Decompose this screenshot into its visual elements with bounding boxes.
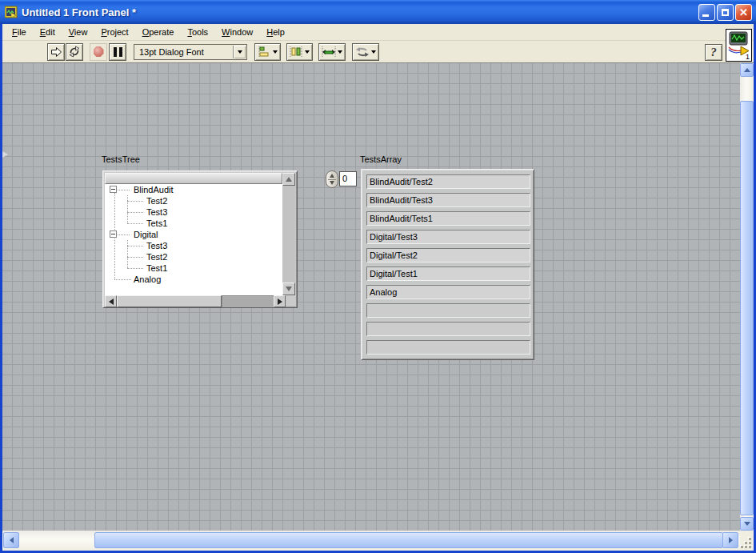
tree-scroll-down-button[interactable] xyxy=(282,283,295,295)
array-element[interactable] xyxy=(366,340,530,355)
tree-item-label: Analog xyxy=(134,274,161,285)
tree-item[interactable]: Tets1 xyxy=(105,218,282,229)
tree-scroll-left-button[interactable] xyxy=(105,295,117,307)
array-element[interactable] xyxy=(366,303,530,318)
resize-objects-button[interactable] xyxy=(318,43,346,61)
vi-window-icon xyxy=(5,6,18,18)
menu-item-window[interactable]: Window xyxy=(215,25,260,39)
maximize-button[interactable] xyxy=(717,4,734,21)
tests-tree-control[interactable]: BlindAuditTest2Test3Tets1DigitalTest3Tes… xyxy=(102,170,298,308)
tree-item-label: Test3 xyxy=(146,240,167,251)
tree-connector xyxy=(127,257,143,258)
array-element[interactable]: Analog xyxy=(366,285,530,299)
array-element[interactable]: BlindAudit/Tets1 xyxy=(366,211,530,226)
abort-button[interactable] xyxy=(90,43,107,61)
tree-connector xyxy=(114,279,131,280)
tree-item[interactable]: Digital xyxy=(105,229,282,240)
run-icon xyxy=(50,46,62,58)
tree-expand-toggle[interactable] xyxy=(110,186,117,193)
menu-item-view[interactable]: View xyxy=(62,25,95,39)
tree-item-label: Digital xyxy=(134,229,158,240)
font-ring-value: 13pt Dialog Font xyxy=(139,47,204,57)
minimize-icon xyxy=(702,14,709,17)
abort-icon xyxy=(94,46,104,57)
vertical-scroll-thumb[interactable] xyxy=(740,101,754,515)
vertical-scrollbar[interactable] xyxy=(740,63,754,531)
array-element[interactable]: Digital/Test1 xyxy=(366,266,530,281)
tree-expand-toggle[interactable] xyxy=(110,230,117,238)
menu-item-help[interactable]: Help xyxy=(260,25,292,39)
vi-icon[interactable]: 1 xyxy=(726,29,752,62)
menu-item-file[interactable]: File xyxy=(6,25,34,39)
menu-item-edit[interactable]: Edit xyxy=(34,25,62,39)
window-resize-grip[interactable] xyxy=(740,531,754,551)
array-index-spinner[interactable] xyxy=(326,170,338,188)
tests-array-control[interactable]: BlindAudit/Test2BlindAudit/Test3BlindAud… xyxy=(361,169,534,360)
tree-vertical-scroll-track[interactable] xyxy=(282,186,295,283)
scroll-up-button[interactable] xyxy=(740,63,754,77)
scroll-left-button[interactable] xyxy=(3,532,19,548)
labview-front-panel-window: Untitled 1 Front Panel * ✕ FileEditViewP… xyxy=(0,0,756,553)
tree-item-label: Test2 xyxy=(146,195,167,206)
font-ring-selector[interactable]: 13pt Dialog Font xyxy=(134,44,247,60)
tree-item[interactable]: Test3 xyxy=(105,240,282,251)
menu-item-tools[interactable]: Tools xyxy=(181,25,215,39)
tree-item[interactable]: Analog xyxy=(105,274,282,285)
tree-scroll-up-button[interactable] xyxy=(282,173,295,186)
spinner-divider xyxy=(328,179,336,180)
distribute-objects-button[interactable] xyxy=(286,43,313,61)
array-element[interactable]: Digital/Test3 xyxy=(366,230,530,244)
font-ring-dropdown-button[interactable] xyxy=(233,46,246,58)
align-objects-icon xyxy=(258,46,271,58)
tree-item[interactable]: BlindAudit xyxy=(105,184,282,195)
menu-item-project[interactable]: Project xyxy=(94,25,135,39)
tree-connector xyxy=(118,234,130,235)
tree-item[interactable]: Test3 xyxy=(105,206,282,218)
horizontal-scroll-thumb[interactable] xyxy=(94,532,723,548)
reorder-button[interactable] xyxy=(352,43,379,61)
chevron-left-icon xyxy=(10,537,14,543)
context-help-button[interactable]: ? xyxy=(705,44,722,61)
tree-item-label: Tets1 xyxy=(146,218,167,229)
resize-objects-icon xyxy=(322,46,336,58)
scroll-right-button[interactable] xyxy=(722,532,738,548)
chevron-down-icon xyxy=(371,50,376,54)
tree-item[interactable]: Test1 xyxy=(105,262,282,274)
minimize-button[interactable] xyxy=(698,4,715,21)
tree-content-area[interactable]: BlindAuditTest2Test3Tets1DigitalTest3Tes… xyxy=(105,184,282,295)
scroll-down-button[interactable] xyxy=(740,517,754,531)
tree-column-header[interactable] xyxy=(105,173,282,184)
pause-button[interactable] xyxy=(109,43,126,61)
tree-item[interactable]: Test2 xyxy=(105,251,282,262)
title-bar[interactable]: Untitled 1 Front Panel * ✕ xyxy=(0,0,756,24)
horizontal-scrollbar[interactable] xyxy=(2,531,740,551)
triangle-up-icon xyxy=(286,177,292,182)
menu-item-operate[interactable]: Operate xyxy=(136,25,182,39)
tree-horizontal-scroll-track[interactable] xyxy=(222,295,274,307)
array-element[interactable]: Digital/Test2 xyxy=(366,248,530,262)
close-icon: ✕ xyxy=(739,7,748,18)
spinner-up-icon xyxy=(330,174,334,178)
panel-origin-marker xyxy=(2,151,8,158)
tree-item-label: Test1 xyxy=(146,262,167,274)
array-label: TestsArray xyxy=(360,154,402,164)
run-button[interactable] xyxy=(47,43,65,61)
close-button[interactable]: ✕ xyxy=(735,4,752,21)
triangle-down-icon xyxy=(286,287,292,291)
question-mark-icon: ? xyxy=(710,46,717,59)
array-index-field[interactable]: 0 xyxy=(339,171,357,186)
array-element[interactable]: BlindAudit/Test2 xyxy=(366,174,530,189)
tree-item-label: BlindAudit xyxy=(134,184,174,195)
tree-horizontal-scroll-thumb[interactable] xyxy=(117,295,222,307)
tree-scroll-right-button[interactable] xyxy=(274,295,286,307)
array-element[interactable]: BlindAudit/Test3 xyxy=(366,193,530,207)
chevron-up-icon xyxy=(744,68,750,72)
tree-item-label: Test2 xyxy=(146,251,167,262)
array-element[interactable] xyxy=(366,322,530,336)
run-continuously-button[interactable] xyxy=(66,43,83,61)
tree-connector xyxy=(127,246,143,246)
window-title: Untitled 1 Front Panel * xyxy=(22,6,698,18)
chevron-down-icon xyxy=(273,50,278,54)
align-objects-button[interactable] xyxy=(254,43,281,61)
tree-item[interactable]: Test2 xyxy=(105,195,282,206)
